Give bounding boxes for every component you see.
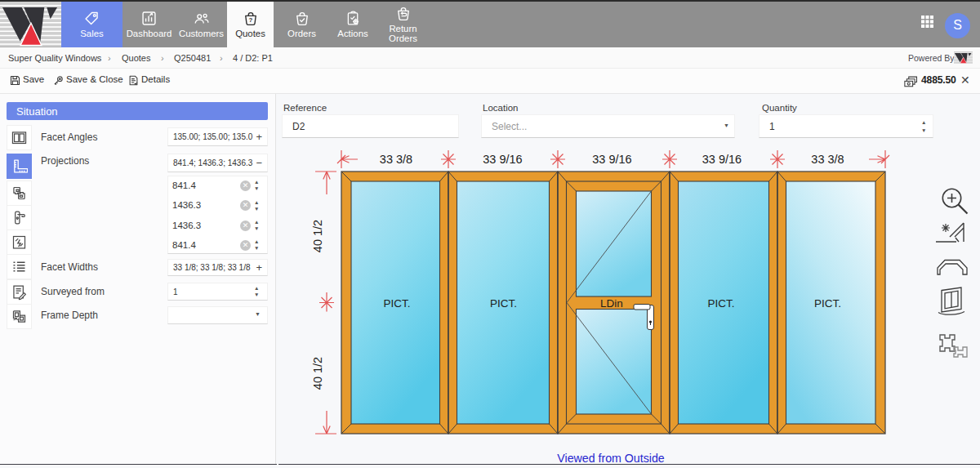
svg-text:33 9/16: 33 9/16 bbox=[592, 153, 631, 166]
svg-text:33 9/16: 33 9/16 bbox=[483, 153, 522, 166]
svg-text:PICT.: PICT. bbox=[707, 297, 734, 310]
svg-text:40 1/2: 40 1/2 bbox=[311, 357, 324, 390]
svg-text:33 3/8: 33 3/8 bbox=[811, 153, 844, 166]
svg-text:33 9/16: 33 9/16 bbox=[702, 153, 742, 166]
svg-text:40 1/2: 40 1/2 bbox=[311, 220, 324, 252]
svg-text:PICT.: PICT. bbox=[814, 297, 841, 310]
svg-text:PICT.: PICT. bbox=[383, 297, 410, 310]
svg-text:?: ? bbox=[248, 16, 252, 24]
svg-text:33 3/8: 33 3/8 bbox=[380, 153, 412, 166]
svg-text:PICT.: PICT. bbox=[490, 297, 517, 310]
svg-text:LDin: LDin bbox=[600, 297, 623, 310]
